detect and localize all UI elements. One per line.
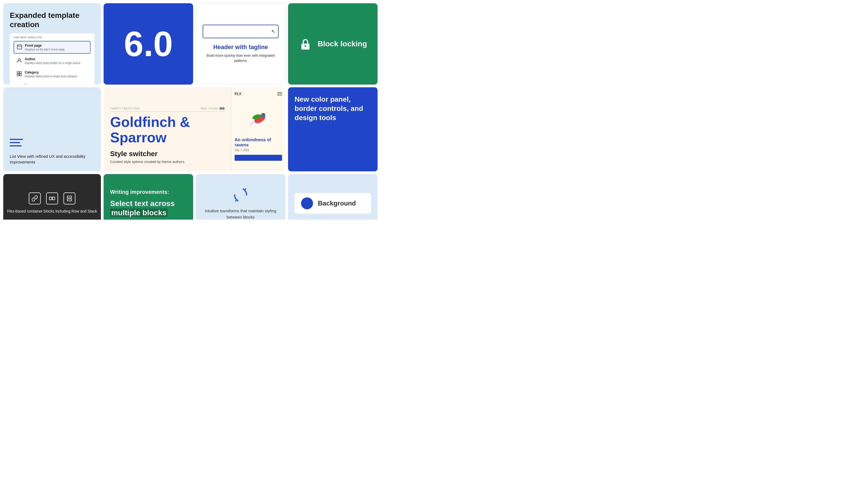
header-tagline-title: Header with tagline: [213, 44, 268, 51]
fly-menu-icon: [277, 92, 282, 95]
card-color-panel: New color panel, border controls, and de…: [288, 87, 378, 171]
lock-icon: [299, 37, 312, 51]
flex-blocks-description: Flex-based container blocks including Ro…: [7, 209, 97, 214]
svg-point-15: [261, 113, 265, 118]
tt2-logo-circles: [219, 107, 225, 110]
flex-block-icons: [29, 193, 75, 204]
card-writing-improvements: Writing improvements: Select text across…: [104, 174, 193, 220]
style-switcher-big-text: Goldfinch & Sparrow: [110, 115, 225, 145]
template-item-date[interactable]: 7 Date Displays posts from specific date…: [13, 82, 91, 85]
tt2-about: About: [200, 107, 207, 110]
transform-icon: [232, 186, 249, 204]
fly-post-title: An unkindness of ravens: [235, 137, 282, 148]
template-creation-title: Expanded template creation: [10, 11, 94, 29]
style-switcher-description: Curated style options created by theme a…: [110, 160, 225, 164]
card-template-creation: Expanded template creation ADD NEW TEMPL…: [3, 3, 101, 85]
background-inner: Background: [294, 193, 371, 214]
style-switcher-left: TWENTY TWENTY-TWO About All Posts Goldfi…: [104, 87, 231, 171]
flex-icon-row: [46, 193, 58, 204]
header-tagline-mock: ↖: [203, 25, 279, 38]
svg-point-17: [264, 114, 264, 115]
card-transforms: Intuitive transforms that maintain styli…: [196, 174, 285, 220]
stack-icon: [66, 195, 73, 202]
style-switcher-title: Style switcher: [110, 150, 225, 158]
template-item-date-title: Date: [25, 84, 65, 85]
author-icon: [17, 58, 22, 63]
transforms-description: Intuitive transforms that maintain styli…: [203, 208, 279, 220]
template-list-label: ADD NEW TEMPLATE: [13, 36, 91, 39]
svg-rect-2: [17, 72, 19, 73]
svg-rect-22: [67, 196, 72, 198]
card-header-tagline: ↖ Header with tagline Build more quickly…: [196, 3, 285, 85]
template-list-area: ADD NEW TEMPLATE Front page Displays as …: [10, 33, 94, 85]
card-version: 6.0: [104, 3, 193, 85]
template-item-author-title: Author: [25, 57, 81, 61]
template-item-author-desc: Displays latest posts written by a singl…: [25, 62, 81, 65]
color-panel-title: New color panel, border controls, and de…: [294, 95, 371, 122]
fly-cta-button: [235, 155, 282, 161]
template-item-author[interactable]: Author Displays latest posts written by …: [13, 55, 91, 67]
bird-svg: [246, 105, 271, 130]
main-grid: Expanded template creation ADD NEW TEMPL…: [0, 0, 391, 220]
svg-point-9: [305, 45, 306, 47]
list-view-description: List View with refined UX and accessibil…: [10, 154, 94, 165]
writing-highlight-line1: Select text across: [110, 199, 175, 208]
svg-rect-3: [20, 72, 22, 73]
tt2-allposts: All Posts: [208, 107, 218, 110]
template-item-front-page-desc: Displays as the site's home page.: [25, 48, 65, 51]
svg-rect-4: [17, 74, 19, 76]
cursor-icon: ↖: [271, 29, 275, 34]
list-view-icon: [10, 137, 23, 149]
card-background: Background: [288, 174, 378, 220]
svg-rect-5: [20, 74, 22, 76]
version-number: 6.0: [124, 26, 173, 62]
background-color-circle: [301, 197, 313, 209]
template-item-front-page-title: Front page: [25, 44, 65, 47]
template-item-category-title: Category: [25, 70, 78, 74]
category-icon: [17, 71, 22, 76]
flex-icon-link: [29, 193, 41, 204]
svg-rect-20: [50, 197, 52, 200]
flex-icon-stack: [63, 193, 75, 204]
card-block-locking: Block locking: [288, 3, 378, 85]
fly-header: FLY: [235, 92, 282, 96]
header-tagline-description: Build more quickly than ever with integr…: [203, 53, 279, 63]
svg-point-1: [18, 59, 20, 61]
card-list-view: List View with refined UX and accessibil…: [3, 87, 101, 171]
template-item-front-page[interactable]: Front page Displays as the site's home p…: [13, 41, 91, 54]
background-label: Background: [318, 199, 356, 207]
row-icon: [49, 195, 55, 202]
fly-post-date: July 7, 2021: [235, 149, 282, 152]
template-item-category-desc: Displays latest posts in single post cat…: [25, 75, 78, 78]
tt2-site-name: TWENTY TWENTY-TWO: [110, 107, 140, 110]
card-style-switcher: TWENTY TWENTY-TWO About All Posts Goldfi…: [104, 87, 285, 171]
writing-highlight-line2: multiple blocks: [110, 208, 167, 217]
svg-point-16: [264, 114, 265, 115]
template-item-category[interactable]: Category Displays latest posts in single…: [13, 68, 91, 80]
link-icon: [31, 195, 38, 202]
card-flex-blocks: Flex-based container blocks including Ro…: [3, 174, 101, 220]
svg-rect-21: [52, 197, 55, 200]
block-locking-title: Block locking: [318, 40, 367, 48]
date-icon: 7: [17, 84, 22, 85]
bird-illustration: [235, 101, 282, 134]
fly-logo: FLY: [235, 92, 241, 96]
style-switcher-right: FLY: [231, 87, 285, 171]
writing-title: Writing improvements:: [110, 189, 187, 195]
svg-rect-23: [67, 199, 72, 201]
svg-rect-0: [18, 45, 22, 49]
front-page-icon: [17, 44, 22, 50]
writing-highlight: Select text across multiple blocks: [110, 199, 187, 217]
